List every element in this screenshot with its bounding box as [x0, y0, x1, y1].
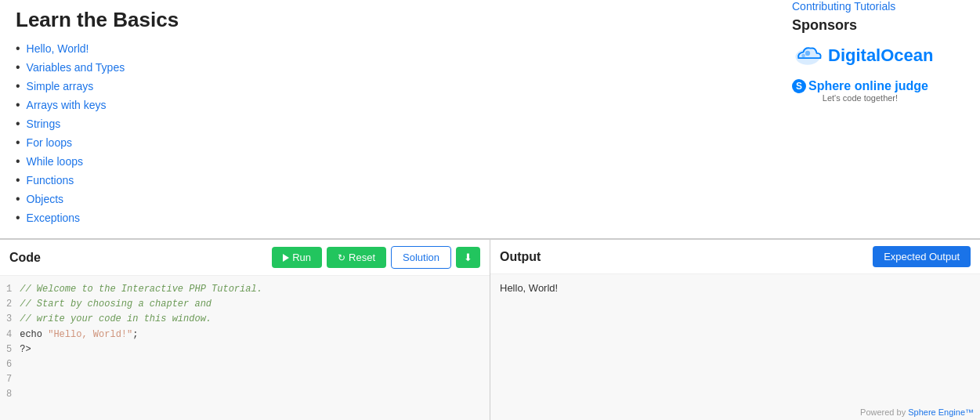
tutorial-list-item: Objects [16, 192, 761, 206]
tutorial-link[interactable]: Hello, World! [27, 42, 89, 55]
tutorial-list-item: Arrays with keys [16, 98, 761, 112]
sphere-name: Sphere online judge [808, 79, 928, 93]
download-button[interactable]: ⬇ [456, 247, 480, 268]
reset-icon: ↻ [338, 252, 345, 263]
tutorial-link[interactable]: Arrays with keys [27, 99, 107, 111]
tutorial-link[interactable]: Objects [27, 193, 63, 205]
code-editor[interactable]: 12345678 // Welcome to the Interactive P… [0, 276, 490, 420]
tutorial-list-item: Hello, World! [16, 42, 761, 56]
tutorial-list-item: Variables and Types [16, 60, 761, 74]
output-title: Output [500, 250, 541, 264]
output-content: Hello, World! [490, 274, 980, 420]
solution-button[interactable]: Solution [391, 246, 451, 269]
svg-point-2 [805, 51, 810, 56]
run-button[interactable]: Run [272, 247, 322, 268]
tutorial-list-item: For loops [16, 136, 761, 150]
digitalocean-name: DigitalOcean [828, 45, 933, 66]
tutorial-link[interactable]: Variables and Types [27, 61, 125, 74]
code-title: Code [9, 251, 41, 265]
powered-by: Powered by Sphere Engine™ [860, 407, 974, 417]
tutorial-link[interactable]: While loops [27, 155, 83, 168]
sponsors-title: Sponsors [792, 17, 964, 34]
tutorial-list-item: While loops [16, 154, 761, 168]
output-text: Hello, World! [500, 282, 558, 294]
run-icon [283, 254, 289, 262]
tutorial-list-item: Strings [16, 117, 761, 131]
download-icon: ⬇ [464, 252, 472, 263]
tutorial-link[interactable]: Strings [27, 118, 61, 130]
contributing-tutorials-link[interactable]: Contributing Tutorials [792, 0, 964, 13]
tutorial-link[interactable]: Exceptions [27, 212, 80, 224]
tutorial-list-item: Simple arrays [16, 79, 761, 93]
expected-output-button[interactable]: Expected Output [873, 246, 971, 267]
digitalocean-icon [792, 45, 823, 67]
reset-button[interactable]: ↻ Reset [327, 247, 386, 268]
code-content[interactable]: // Welcome to the Interactive PHP Tutori… [20, 282, 483, 403]
tutorial-link[interactable]: For loops [27, 136, 72, 149]
tutorial-link[interactable]: Simple arrays [27, 80, 94, 92]
sphere-sponsor: S Sphere online judge Let's code togethe… [792, 79, 964, 103]
sphere-s-icon: S [792, 79, 806, 93]
sphere-engine-link[interactable]: Sphere Engine™ [908, 407, 974, 417]
tutorial-list-item: Exceptions [16, 211, 761, 225]
tutorial-list-item: Functions [16, 173, 761, 187]
tutorial-link[interactable]: Functions [27, 174, 74, 186]
svg-point-1 [801, 54, 805, 58]
tutorial-list: Hello, World!Variables and TypesSimple a… [16, 42, 761, 225]
page-title: Learn the Basics [16, 8, 761, 32]
sphere-tagline: Let's code together! [792, 93, 928, 103]
line-numbers: 12345678 [0, 282, 20, 403]
digitalocean-sponsor: DigitalOcean [792, 45, 964, 67]
